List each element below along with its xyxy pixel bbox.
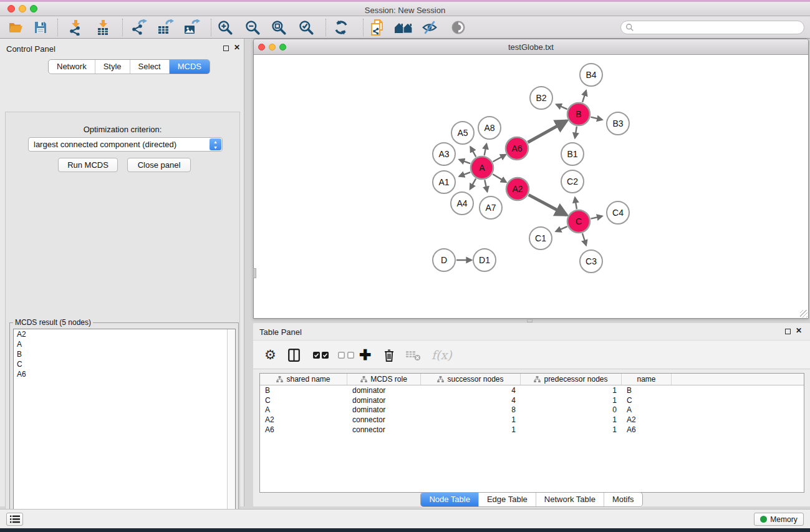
tab-node-table[interactable]: Node Table <box>421 493 478 506</box>
graph-edge-A6-B[interactable] <box>528 121 566 143</box>
graph-node-C3[interactable]: C3 <box>580 250 602 273</box>
import-table-icon[interactable] <box>92 19 113 36</box>
graph-node-A[interactable]: A <box>471 157 493 179</box>
export-table-icon[interactable] <box>155 19 176 36</box>
clone-network-icon[interactable] <box>367 19 388 36</box>
network-canvas[interactable]: B4B2BB3A5A8A6B1A3AC2A1A2A4A7C4CC1C3DD1 <box>254 55 808 318</box>
scrollbar-track[interactable] <box>227 329 235 532</box>
graph-edge-B-B1[interactable] <box>575 127 577 138</box>
zoom-selected-icon[interactable] <box>296 19 317 36</box>
float-panel-icon[interactable] <box>223 46 229 51</box>
graph-node-A1[interactable]: A1 <box>433 171 455 193</box>
graph-node-B[interactable]: B <box>567 103 590 125</box>
select-all-icon[interactable] <box>313 346 329 364</box>
column-header[interactable]: MCDS role <box>347 374 421 385</box>
table-row[interactable]: A6connector11A6 <box>260 425 804 435</box>
graph-edge-C-C2[interactable] <box>575 198 577 210</box>
delete-table-icon[interactable] <box>405 346 421 364</box>
mcds-result-item[interactable]: B <box>14 349 235 359</box>
import-network-icon[interactable] <box>65 19 86 36</box>
close-panel-button[interactable]: Close panel <box>127 158 191 172</box>
mcds-result-item[interactable]: C <box>14 359 235 369</box>
graph-edge-A-A7[interactable] <box>485 180 487 192</box>
tab-network[interactable]: Network <box>49 60 95 74</box>
gear-icon[interactable]: ⚙ <box>264 346 276 364</box>
mcds-result-item[interactable]: A2 <box>14 329 235 339</box>
close-panel-icon[interactable]: ✕ <box>796 326 802 335</box>
splitter-handle[interactable] <box>527 319 533 322</box>
tab-mcds[interactable]: MCDS <box>169 60 210 74</box>
graph-edge-A2-C[interactable] <box>529 195 567 215</box>
graph-node-C[interactable]: C <box>567 210 590 233</box>
graph-edge-B-B3[interactable] <box>591 117 602 120</box>
open-file-icon[interactable] <box>5 19 26 36</box>
graph-edge-A-A2[interactable] <box>493 174 506 182</box>
search-box[interactable] <box>620 21 804 34</box>
graph-edge-B-B2[interactable] <box>556 104 567 109</box>
graph-edge-A-A4[interactable] <box>470 178 476 189</box>
column-header[interactable]: shared name <box>260 374 347 385</box>
table-row[interactable]: A2connector11A2 <box>260 415 804 425</box>
table-row[interactable]: Cdominator41C <box>260 395 804 405</box>
graph-node-D[interactable]: D <box>433 249 455 271</box>
delete-icon[interactable] <box>383 346 395 364</box>
graph-node-B3[interactable]: B3 <box>607 112 629 135</box>
export-network-icon[interactable] <box>128 19 150 36</box>
tab-network-table[interactable]: Network Table <box>536 493 604 506</box>
show-all-icon[interactable] <box>448 19 469 36</box>
save-session-icon[interactable] <box>30 19 51 36</box>
first-neighbors-icon[interactable] <box>393 19 414 36</box>
tab-select[interactable]: Select <box>130 60 169 74</box>
graph-node-A5[interactable]: A5 <box>451 122 474 144</box>
splitter-handle[interactable] <box>253 268 256 278</box>
tab-edge-table[interactable]: Edge Table <box>478 493 536 506</box>
column-layout-icon[interactable] <box>288 346 300 364</box>
graph-node-A8[interactable]: A8 <box>478 117 501 139</box>
tab-motifs[interactable]: Motifs <box>604 493 642 506</box>
graph-node-C1[interactable]: C1 <box>529 227 552 249</box>
graph-edge-C-C4[interactable] <box>591 216 602 219</box>
search-input[interactable] <box>637 22 804 33</box>
graph-node-A3[interactable]: A3 <box>433 143 455 165</box>
graph-edge-C-C1[interactable] <box>556 226 567 231</box>
graph-edge-B-B4[interactable] <box>582 90 586 102</box>
function-builder-icon[interactable]: f(x) <box>432 346 452 364</box>
resize-grip[interactable] <box>800 310 808 317</box>
close-panel-icon[interactable]: ✕ <box>234 43 240 52</box>
float-panel-icon[interactable] <box>785 329 791 334</box>
graph-node-A6[interactable]: A6 <box>506 137 528 160</box>
run-mcds-button[interactable]: Run MCDS <box>58 158 118 172</box>
graph-edge-A-A5[interactable] <box>470 147 476 157</box>
zoom-out-icon[interactable] <box>242 19 263 36</box>
graph-edge-A-A6[interactable] <box>493 155 506 162</box>
graph-edge-C-C3[interactable] <box>582 233 586 245</box>
graph-node-A7[interactable]: A7 <box>480 196 502 219</box>
refresh-icon[interactable] <box>330 19 352 36</box>
graph-node-C4[interactable]: C4 <box>607 201 629 224</box>
graph-node-A4[interactable]: A4 <box>451 192 473 215</box>
graph-node-D1[interactable]: D1 <box>473 249 496 271</box>
memory-button[interactable]: Memory <box>754 513 804 526</box>
graph-node-B2[interactable]: B2 <box>530 87 552 109</box>
add-column-icon[interactable]: ✚ <box>359 346 371 364</box>
mcds-result-item[interactable]: A6 <box>14 369 235 379</box>
node-table[interactable]: shared nameMCDS rolesuccessor nodesprede… <box>259 373 804 493</box>
tab-style[interactable]: Style <box>95 60 130 74</box>
graph-node-C2[interactable]: C2 <box>561 170 584 193</box>
graph-node-B1[interactable]: B1 <box>561 143 584 165</box>
graph-edge-A-A3[interactable] <box>459 160 470 163</box>
zoom-in-icon[interactable] <box>215 19 236 36</box>
column-header[interactable]: name <box>622 374 672 385</box>
deselect-all-icon[interactable] <box>338 346 354 364</box>
network-graph[interactable]: B4B2BB3A5A8A6B1A3AC2A1A2A4A7C4CC1C3DD1 <box>254 55 808 318</box>
task-history-button[interactable] <box>6 513 23 526</box>
column-header[interactable]: successor nodes <box>421 374 521 385</box>
graph-edge-A-A1[interactable] <box>459 172 470 177</box>
optimization-criterion-select[interactable]: largest connected component (directed) ▲… <box>28 137 223 152</box>
column-header[interactable]: predecessor nodes <box>521 374 622 385</box>
zoom-fit-icon[interactable] <box>268 19 289 36</box>
table-row[interactable]: Bdominator41B <box>260 385 804 395</box>
hide-selected-icon[interactable] <box>419 19 440 36</box>
graph-node-A2[interactable]: A2 <box>506 178 529 200</box>
graph-edge-A-A8[interactable] <box>485 144 487 156</box>
